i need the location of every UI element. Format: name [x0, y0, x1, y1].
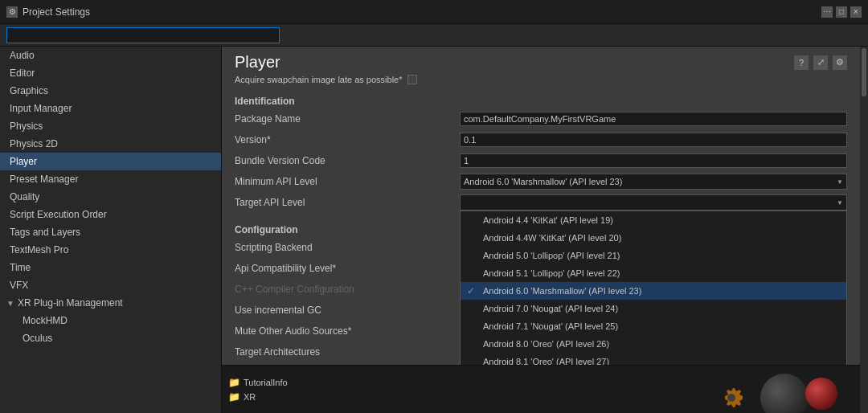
- folder-label-tutorial: TutorialInfo: [244, 378, 288, 387]
- content-header: Player ? ⤢ ⚙: [222, 47, 860, 75]
- black-sphere-decoration: [760, 374, 809, 414]
- sidebar-label-tags-layers: Tags and Layers: [10, 227, 80, 238]
- dropdown-option-8[interactable]: Android 8.1 'Oreo' (API level 27): [461, 353, 846, 365]
- sidebar-item-editor[interactable]: Editor: [0, 64, 221, 82]
- expand-button[interactable]: ⤢: [813, 55, 828, 70]
- sidebar-label-physics2d: Physics 2D: [10, 138, 58, 149]
- close-btn[interactable]: ×: [850, 6, 862, 18]
- target-api-dropdown[interactable]: ▼: [460, 194, 847, 211]
- sidebar-item-audio[interactable]: Audio: [0, 47, 221, 64]
- min-api-row: Minimum API Level Android 6.0 'Marshmall…: [235, 173, 847, 190]
- content-scrollbar[interactable]: [860, 47, 868, 413]
- acquire-label: Acquire swapchain image late as possible…: [235, 75, 403, 84]
- bundle-version-input[interactable]: [460, 153, 847, 168]
- target-api-value: ▼ Android 4.4 'KitKat' (API level 19) An…: [460, 194, 847, 211]
- dropdown-option-1[interactable]: Android 4.4W 'KitKat' (API level 20): [461, 229, 846, 247]
- cpp-compiler-label: C++ Compiler Configuration: [235, 284, 460, 295]
- sidebar-item-oculus[interactable]: Oculus: [0, 329, 221, 347]
- help-button[interactable]: ?: [794, 55, 809, 70]
- api-compat-label: Api Compatibility Level*: [235, 263, 460, 274]
- version-value: [460, 133, 847, 147]
- sidebar-item-script-execution[interactable]: Script Execution Order: [0, 206, 221, 223]
- sidebar-item-preset-manager[interactable]: Preset Manager: [0, 170, 221, 188]
- folder-icon-tutorial: 📁: [228, 377, 240, 388]
- dropdown-option-3[interactable]: Android 5.1 'Lollipop' (API level 22): [461, 264, 846, 282]
- folder-xr[interactable]: 📁 XR: [228, 391, 709, 403]
- main-layout: Audio Editor Graphics Input Manager Phys…: [0, 47, 868, 413]
- red-sphere-decoration: [805, 378, 837, 410]
- identification-header: Identification: [235, 89, 847, 110]
- sidebar-item-player[interactable]: Player: [0, 153, 221, 170]
- sidebar-item-physics2d[interactable]: Physics 2D: [0, 135, 221, 153]
- sidebar-label-oculus: Oculus: [23, 333, 52, 344]
- package-name-input[interactable]: [460, 112, 847, 126]
- folder-label-xr: XR: [244, 392, 256, 402]
- sidebar-item-time[interactable]: Time: [0, 259, 221, 276]
- sidebar-label-mockhmd: MockHMD: [23, 315, 68, 326]
- sidebar-item-mockhmd[interactable]: MockHMD: [0, 312, 221, 329]
- dropdown-option-6[interactable]: Android 7.1 'Nougat' (API level 25): [461, 317, 846, 335]
- sidebar-label-vfx: VFX: [10, 280, 28, 291]
- acquire-checkbox[interactable]: [407, 75, 417, 84]
- mute-audio-label: Mute Other Audio Sources*: [235, 325, 460, 337]
- sidebar-item-xr-plugin[interactable]: ▼ XR Plug-in Management: [0, 294, 221, 312]
- min-api-label: Minimum API Level: [235, 176, 460, 187]
- folder-tutorial[interactable]: 📁 TutorialInfo: [228, 377, 709, 388]
- package-name-label: Package Name: [235, 113, 460, 125]
- sidebar-label-script-execution: Script Execution Order: [10, 209, 107, 220]
- target-api-popup: Android 4.4 'KitKat' (API level 19) Andr…: [460, 211, 847, 365]
- dropdown-option-0[interactable]: Android 4.4 'KitKat' (API level 19): [461, 211, 846, 229]
- svg-point-0: [727, 394, 735, 402]
- target-api-arrow-icon: ▼: [837, 199, 843, 206]
- search-input[interactable]: [6, 27, 280, 43]
- version-row: Version*: [235, 131, 847, 149]
- sidebar-label-audio: Audio: [10, 50, 35, 61]
- sidebar-label-quality: Quality: [10, 191, 39, 202]
- sidebar-label-time: Time: [10, 262, 31, 273]
- bottom-bar: 📁 TutorialInfo 📁 XR: [222, 365, 860, 413]
- title-bar: ⚙ Project Settings ⋯ □ ×: [0, 0, 868, 24]
- sidebar-item-quality[interactable]: Quality: [0, 188, 221, 206]
- scrollbar-thumb[interactable]: [862, 48, 866, 96]
- sidebar-label-input-manager: Input Manager: [10, 103, 72, 114]
- scripting-backend-label: Scripting Backend: [235, 242, 460, 253]
- sidebar-label-editor: Editor: [10, 67, 35, 79]
- min-api-selected: Android 6.0 'Marshmallow' (API level 23): [464, 177, 622, 186]
- sidebar-label-xr-plugin: XR Plug-in Management: [18, 297, 123, 309]
- dropdown-option-4[interactable]: ✓ Android 6.0 'Marshmallow' (API level 2…: [461, 282, 846, 300]
- page-title: Player: [235, 53, 280, 72]
- more-options-btn[interactable]: ⋯: [821, 6, 833, 18]
- package-name-row: Package Name: [235, 110, 847, 128]
- dropdown-option-5[interactable]: Android 7.0 'Nougat' (API level 24): [461, 300, 846, 317]
- sidebar-item-tags-layers[interactable]: Tags and Layers: [0, 223, 221, 241]
- min-api-value: Android 6.0 'Marshmallow' (API level 23)…: [460, 174, 847, 190]
- content-scroll: Acquire swapchain image late as possible…: [222, 75, 860, 365]
- settings-icon: ⚙: [6, 6, 18, 18]
- sidebar-label-physics: Physics: [10, 121, 43, 132]
- sidebar-item-physics[interactable]: Physics: [0, 117, 221, 135]
- sidebar-label-graphics: Graphics: [10, 85, 48, 96]
- sidebar-label-player: Player: [10, 156, 37, 167]
- target-api-row: Target API Level ▼ Android 4.4 'KitKat' …: [235, 194, 847, 211]
- xr-arrow-icon: ▼: [6, 299, 14, 308]
- min-api-arrow-icon: ▼: [837, 178, 843, 186]
- search-bar: [0, 24, 868, 47]
- sidebar-label-textmesh: TextMesh Pro: [10, 244, 68, 256]
- maximize-btn[interactable]: □: [836, 6, 847, 18]
- sidebar-item-graphics[interactable]: Graphics: [0, 82, 221, 100]
- check-icon-4: ✓: [467, 285, 480, 296]
- target-arch-label: Target Architectures: [235, 346, 460, 358]
- version-input[interactable]: [460, 133, 847, 147]
- incremental-gc-label: Use incremental GC: [235, 305, 460, 316]
- content-area: Player ? ⤢ ⚙ Acquire swapchain image lat…: [222, 47, 860, 413]
- min-api-dropdown[interactable]: Android 6.0 'Marshmallow' (API level 23)…: [460, 174, 847, 190]
- dropdown-option-7[interactable]: Android 8.0 'Oreo' (API level 26): [461, 335, 846, 353]
- sidebar-item-textmesh[interactable]: TextMesh Pro: [0, 241, 221, 259]
- settings-button[interactable]: ⚙: [833, 55, 847, 70]
- dropdown-option-2[interactable]: Android 5.0 'Lollipop' (API level 21): [461, 247, 846, 264]
- sidebar-item-input-manager[interactable]: Input Manager: [0, 100, 221, 117]
- sidebar-item-vfx[interactable]: VFX: [0, 276, 221, 294]
- bundle-version-value: [460, 153, 847, 168]
- bundle-version-row: Bundle Version Code: [235, 152, 847, 170]
- window-controls: ⋯ □ ×: [821, 6, 862, 18]
